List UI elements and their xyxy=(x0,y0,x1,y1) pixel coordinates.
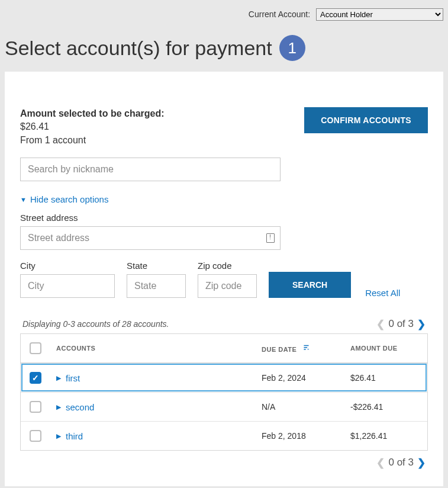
row-checkbox[interactable] xyxy=(30,401,41,413)
account-name: first xyxy=(66,373,80,383)
toggle-search-options[interactable]: ▼ Hide search options xyxy=(20,194,108,204)
col-accounts[interactable]: ACCOUNTS xyxy=(50,336,256,360)
address-book-icon xyxy=(266,233,275,243)
charge-from: From 1 account xyxy=(20,134,165,147)
due-date-cell: Feb 2, 2018 xyxy=(256,423,344,449)
table-header-row: ACCOUNTS DUE DATE AMOUNT DUE xyxy=(21,334,427,363)
pager-next-icon[interactable]: ❯ xyxy=(417,319,426,329)
table-row: ▶secondN/A-$226.41 xyxy=(21,392,427,421)
pager-text: 0 of 3 xyxy=(388,318,414,330)
pager-bottom: ❮ 0 of 3 ❯ xyxy=(376,457,426,468)
row-checkbox[interactable] xyxy=(30,430,41,442)
nickname-search-input[interactable] xyxy=(20,158,281,181)
account-switcher-bar: Current Account: Account Holder xyxy=(0,0,448,21)
results-summary: Displaying 0-3 accounts of 28 accounts. xyxy=(22,319,169,329)
pager-top: ❮ 0 of 3 ❯ xyxy=(376,318,426,330)
account-name: second xyxy=(66,402,94,412)
amount-due-cell: $1,226.41 xyxy=(344,423,427,449)
table-row: ✓▶firstFeb 2, 2024$26.41 xyxy=(21,363,427,392)
pager-next-icon[interactable]: ❯ xyxy=(417,458,426,468)
charge-summary: Amount selected to be charged: $26.41 Fr… xyxy=(20,107,165,147)
city-input[interactable] xyxy=(20,274,115,298)
pager-text: 0 of 3 xyxy=(388,457,414,468)
select-all-checkbox[interactable] xyxy=(30,342,41,354)
account-name: third xyxy=(66,431,83,441)
col-due-date[interactable]: DUE DATE xyxy=(256,336,344,361)
street-label: Street address xyxy=(20,213,428,223)
pager-prev-icon[interactable]: ❮ xyxy=(376,458,385,468)
current-account-label: Current Account: xyxy=(249,9,310,19)
pager-prev-icon[interactable]: ❮ xyxy=(376,319,385,329)
col-amount-due[interactable]: AMOUNT DUE xyxy=(344,336,427,360)
account-expand-link[interactable]: ▶first xyxy=(56,373,80,383)
row-checkbox[interactable]: ✓ xyxy=(30,372,41,384)
due-date-cell: N/A xyxy=(256,394,344,420)
table-row: ▶thirdFeb 2, 2018$1,226.41 xyxy=(21,421,427,450)
charge-amount: $26.41 xyxy=(20,120,165,133)
caret-right-icon: ▶ xyxy=(56,432,61,440)
reset-all-link[interactable]: Reset All xyxy=(365,288,400,298)
accounts-table: ACCOUNTS DUE DATE AMOUNT DUE ✓▶firstFeb … xyxy=(20,333,428,451)
caret-right-icon: ▶ xyxy=(56,374,61,382)
confirm-accounts-button[interactable]: CONFIRM ACCOUNTS xyxy=(304,107,428,133)
state-label: State xyxy=(127,261,186,271)
main-card: Amount selected to be charged: $26.41 Fr… xyxy=(5,72,443,486)
state-input[interactable] xyxy=(127,274,186,298)
search-button[interactable]: SEARCH xyxy=(269,272,351,298)
page-title: Select account(s) for payment 1 xyxy=(0,21,448,72)
street-address-input[interactable] xyxy=(20,226,281,250)
city-label: City xyxy=(20,261,115,271)
amount-due-cell: -$226.41 xyxy=(344,394,427,420)
charge-label: Amount selected to be charged: xyxy=(20,107,165,120)
caret-right-icon: ▶ xyxy=(56,403,61,411)
step-badge: 1 xyxy=(279,35,305,61)
account-expand-link[interactable]: ▶second xyxy=(56,402,94,412)
amount-due-cell: $26.41 xyxy=(344,365,427,391)
zip-input[interactable] xyxy=(198,274,257,298)
zip-label: Zip code xyxy=(198,261,257,271)
caret-down-icon: ▼ xyxy=(20,196,27,203)
current-account-select[interactable]: Account Holder xyxy=(316,8,443,21)
account-expand-link[interactable]: ▶third xyxy=(56,431,83,441)
sort-desc-icon xyxy=(302,344,310,353)
due-date-cell: Feb 2, 2024 xyxy=(256,365,344,391)
